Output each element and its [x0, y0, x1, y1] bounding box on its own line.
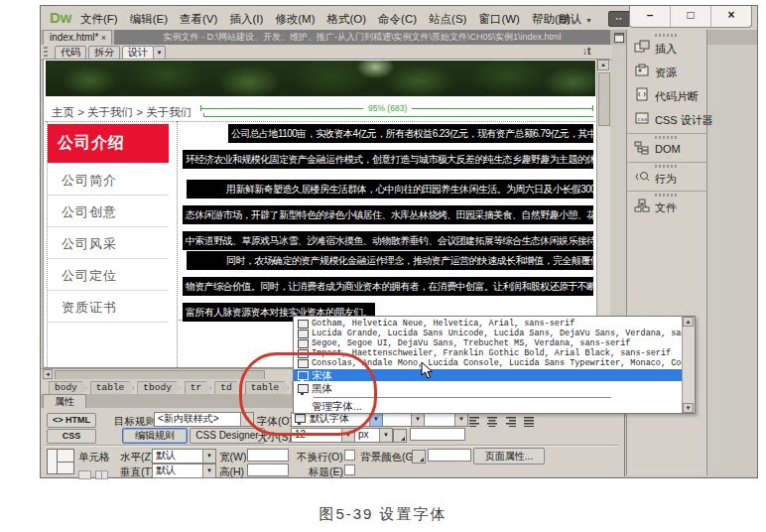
menu-site[interactable]: 站点(S): [423, 11, 472, 28]
merge-cells-icon[interactable]: [78, 470, 91, 479]
dom-tree-icon: [634, 141, 650, 159]
css-designer-button[interactable]: CSS Designer: [190, 428, 265, 444]
chevron-down-icon[interactable]: ▼: [202, 465, 215, 477]
text-color-swatch[interactable]: [393, 429, 407, 443]
panel-assets[interactable]: 资源: [627, 63, 706, 82]
tab-close-icon[interactable]: ×: [101, 31, 106, 45]
chevron-down-icon[interactable]: ▼: [454, 413, 467, 426]
menu-view[interactable]: 查看(V): [174, 11, 223, 28]
html-mode-button[interactable]: <> HTML: [47, 413, 96, 428]
tab-index-html[interactable]: index.html* ×: [43, 30, 112, 45]
align-justify-icon[interactable]: [524, 413, 536, 431]
extension-badge-icon[interactable]: ▪▪: [608, 11, 630, 27]
sidebar-item-positioning[interactable]: 公司定位: [48, 258, 169, 291]
chevron-down-icon[interactable]: ▼: [202, 450, 215, 463]
restore-window-icon[interactable]: [614, 33, 624, 43]
font-style-select[interactable]: ▼: [382, 412, 425, 427]
design-view-dropdown-icon[interactable]: ▼: [153, 46, 166, 60]
panel-insert[interactable]: 插入: [627, 39, 706, 59]
bg-color-label: 背景颜色(G): [360, 451, 417, 465]
panel-css-designer[interactable]: css CSS 设计器: [627, 110, 706, 130]
menu-file[interactable]: 文件(F): [74, 11, 124, 28]
dropdown-scrollbar[interactable]: ▲ ▼: [682, 317, 695, 413]
align-center-icon[interactable]: [487, 413, 499, 431]
tag-table[interactable]: table: [90, 381, 135, 395]
scroll-down-icon[interactable]: ▼: [683, 403, 694, 413]
font-stack-option[interactable]: Lucida Grande, Lucida Sans Unicode, Luci…: [294, 329, 683, 338]
column-width-line[interactable]: [203, 116, 593, 117]
nowrap-checkbox[interactable]: [344, 450, 355, 461]
header-checkbox[interactable]: [344, 465, 355, 475]
close-button[interactable]: ×: [711, 6, 751, 27]
font-stack-option[interactable]: Gotham, Helvetica Neue, Helvetica, Arial…: [294, 319, 683, 329]
toolbar-grip-icon[interactable]: [44, 47, 48, 57]
menu-window[interactable]: 窗口(W): [472, 11, 526, 28]
edit-rule-button[interactable]: 编辑规则: [122, 428, 188, 444]
target-rule-select[interactable]: <新内联样式>▼: [154, 412, 254, 427]
maximize-button[interactable]: □: [671, 6, 711, 27]
selected-text-line: 公司总占地1100亩，实收资本4亿元，所有者权益6.23亿元，现有资产总额6.7…: [228, 123, 593, 143]
vertical-align-select[interactable]: 默认▼: [152, 464, 216, 478]
dock-grip-icon[interactable]: [655, 165, 679, 168]
scroll-thumb[interactable]: [598, 72, 610, 126]
font-weight-select[interactable]: ▼: [424, 412, 468, 427]
text-color-input[interactable]: [410, 428, 465, 441]
split-cell-icon[interactable]: [95, 470, 108, 479]
bg-color-swatch[interactable]: [412, 450, 426, 464]
align-left-icon[interactable]: [469, 413, 481, 431]
sidebar-item-creativity[interactable]: 公司创意: [48, 195, 169, 227]
dock-grip-icon[interactable]: [655, 194, 679, 197]
sidebar-item-certificates[interactable]: 资质证书: [48, 290, 169, 323]
horizontal-align-select[interactable]: 默认▼: [152, 449, 216, 464]
scroll-up-icon[interactable]: ▲: [597, 60, 609, 70]
panel-snippets[interactable]: 代码片断: [627, 86, 706, 106]
page-properties-button[interactable]: 页面属性...: [473, 448, 545, 465]
minimize-button[interactable]: –: [630, 6, 671, 27]
workspace-switcher[interactable]: 默认▼: [559, 12, 592, 27]
design-view-button[interactable]: 设计: [122, 46, 154, 60]
sidebar-item-profile[interactable]: 公司简介: [48, 163, 169, 196]
dreamweaver-logo: Dw: [50, 9, 72, 26]
css-mode-button[interactable]: CSS: [47, 429, 96, 444]
snippets-icon: [634, 87, 650, 105]
dock-grip-icon[interactable]: [655, 136, 679, 139]
font-stack-option[interactable]: Segoe, Segoe UI, DejaVu Sans, Trebuchet …: [294, 338, 683, 348]
menu-insert[interactable]: 插入(I): [223, 11, 269, 28]
cell-label: 单元格: [78, 451, 110, 465]
menu-edit[interactable]: 编辑(E): [124, 11, 174, 28]
breadcrumb[interactable]: 主页 > 关于我们 > 关于我们: [52, 105, 192, 120]
sidebar-title-block[interactable]: 公司介绍: [48, 124, 169, 163]
menu-format[interactable]: 格式(O): [320, 11, 372, 28]
scroll-up-icon[interactable]: ▲: [683, 317, 694, 327]
tag-body[interactable]: body: [49, 381, 87, 395]
panel-dom[interactable]: DOM: [627, 140, 706, 160]
properties-tab[interactable]: 属性: [43, 394, 86, 408]
tag-tr[interactable]: tr: [185, 381, 211, 395]
chevron-down-icon[interactable]: ▼: [411, 413, 424, 426]
annotation-red-oval: [239, 352, 377, 436]
tag-tbody[interactable]: tbody: [137, 381, 182, 395]
code-view-button[interactable]: 代码: [55, 46, 86, 60]
height-label: 高(H): [219, 466, 244, 479]
size-unit-select[interactable]: px▼: [354, 428, 393, 443]
cell-height-input[interactable]: [247, 464, 289, 476]
bg-color-input[interactable]: [428, 449, 471, 462]
forest-banner-image[interactable]: [46, 61, 595, 96]
sidebar-item-style[interactable]: 公司风采: [48, 226, 169, 259]
split-view-button[interactable]: 拆分: [88, 46, 120, 60]
scroll-left-icon[interactable]: ◄: [43, 369, 53, 379]
menu-commands[interactable]: 命令(C): [372, 11, 423, 28]
align-right-icon[interactable]: [506, 413, 518, 431]
table-width-indicator[interactable]: 95% (683): [363, 103, 412, 113]
scroll-sync-icon[interactable]: ↓t: [582, 46, 590, 57]
tag-td[interactable]: td: [214, 381, 241, 395]
panel-behaviors[interactable]: 行为: [627, 169, 706, 189]
chevron-down-icon[interactable]: ▼: [379, 429, 392, 442]
cell-width-input[interactable]: [247, 449, 289, 462]
dock-grip-icon[interactable]: [655, 34, 679, 37]
dock-separator: [627, 191, 706, 192]
screen-font-icon: [298, 320, 309, 329]
selected-text-line: 环经济农业和规模化固定资产金融运作模式，创意打造与城市极大反差的纯生态乡趣野趣为…: [183, 149, 593, 169]
menu-modify[interactable]: 修改(M): [269, 11, 320, 28]
panel-files[interactable]: 文件: [627, 198, 706, 217]
